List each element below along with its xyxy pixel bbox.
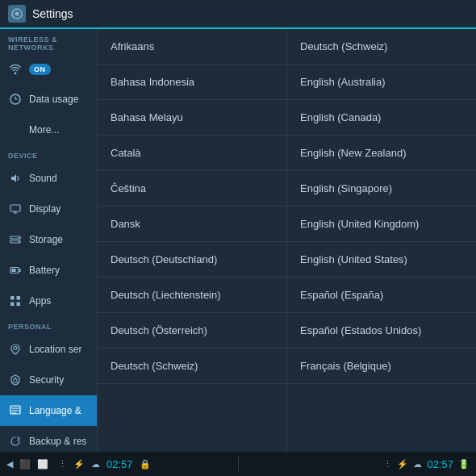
sidebar-item-battery[interactable]: Battery bbox=[0, 255, 97, 286]
sidebar-item-display[interactable]: Display bbox=[0, 194, 97, 224]
usb-right-icon: ⚡ bbox=[397, 459, 408, 470]
list-item[interactable]: English (Australia) bbox=[287, 65, 476, 100]
list-item[interactable]: Bahasa Indonesia bbox=[98, 65, 286, 100]
overflow-dots-icon[interactable]: ⋮ bbox=[58, 459, 67, 470]
status-time-right: 02:57 bbox=[427, 458, 453, 470]
language-list-left: AfrikaansBahasa IndonesiaBahasa MelayuCa… bbox=[97, 29, 286, 452]
language-panels: AfrikaansBahasa IndonesiaBahasa MelayuCa… bbox=[97, 29, 476, 452]
svg-rect-12 bbox=[10, 303, 15, 307]
data-usage-label: Data usage bbox=[29, 94, 78, 105]
list-item[interactable]: Català bbox=[98, 136, 286, 171]
status-bar: ◀ ⬛ ⬜ ⋮ ⚡ ☁ 02:57 🔒 ⋮ ⚡ ☁ 02:57 🔋 bbox=[0, 452, 476, 476]
security-icon bbox=[8, 373, 23, 387]
app-icon bbox=[8, 5, 26, 23]
cloud-icon: ☁ bbox=[91, 459, 100, 470]
section-label-device: DEVICE bbox=[0, 145, 97, 163]
apps-icon bbox=[8, 294, 23, 308]
sidebar-item-wifi[interactable]: ON bbox=[0, 55, 97, 84]
storage-label: Storage bbox=[29, 234, 63, 245]
nav-back-icon[interactable]: ◀ bbox=[6, 459, 13, 470]
title-bar: Settings bbox=[0, 0, 476, 29]
list-item[interactable]: Bahasa Melayu bbox=[98, 100, 286, 136]
svg-rect-3 bbox=[10, 205, 20, 211]
svg-point-1 bbox=[15, 12, 19, 16]
list-item[interactable]: English (Singapore) bbox=[287, 171, 476, 207]
language-icon bbox=[8, 403, 23, 418]
list-item[interactable]: Dansk bbox=[98, 207, 286, 242]
sidebar-item-storage[interactable]: Storage bbox=[0, 224, 97, 255]
list-item[interactable]: Français (Belgique) bbox=[287, 349, 476, 384]
battery-label: Battery bbox=[29, 265, 60, 276]
more-label: More... bbox=[29, 124, 59, 136]
svg-rect-13 bbox=[17, 303, 21, 307]
nav-home-icon[interactable]: ⬛ bbox=[19, 459, 31, 470]
status-time-left: 02:57 bbox=[106, 458, 133, 470]
display-label: Display bbox=[29, 203, 61, 215]
apps-label: Apps bbox=[29, 295, 51, 307]
wifi-toggle[interactable]: ON bbox=[29, 64, 51, 75]
svg-rect-10 bbox=[10, 296, 15, 300]
wifi-icon bbox=[8, 62, 23, 77]
section-label-wireless: WIRELESS & NETWORKS bbox=[0, 29, 97, 55]
lock-icon: 🔒 bbox=[140, 459, 151, 470]
sidebar-item-data-usage[interactable]: Data usage bbox=[0, 84, 97, 115]
overflow-dots-right-icon[interactable]: ⋮ bbox=[383, 459, 392, 470]
list-item[interactable]: Čeština bbox=[98, 171, 286, 207]
status-bar-left: ◀ ⬛ ⬜ ⋮ ⚡ ☁ 02:57 🔒 bbox=[0, 458, 238, 470]
battery-icon bbox=[8, 263, 23, 278]
list-item[interactable]: Afrikaans bbox=[98, 29, 286, 65]
data-usage-icon bbox=[8, 92, 23, 106]
svg-point-7 bbox=[18, 241, 19, 243]
page-title: Settings bbox=[32, 7, 73, 20]
backup-icon bbox=[8, 434, 23, 449]
language-list-right: Deutsch (Schweiz)English (Australia)Engl… bbox=[286, 29, 476, 452]
sidebar-item-sound[interactable]: Sound bbox=[0, 163, 97, 194]
battery-right-icon: 🔋 bbox=[458, 459, 470, 470]
svg-rect-9 bbox=[12, 269, 16, 272]
list-item[interactable]: English (United States) bbox=[287, 242, 476, 278]
sound-label: Sound bbox=[29, 173, 57, 184]
sidebar-item-security[interactable]: Security bbox=[0, 365, 97, 395]
list-item[interactable]: Deutsch (Deutschland) bbox=[98, 242, 286, 278]
sidebar-item-backup[interactable]: Backup & res bbox=[0, 426, 97, 452]
location-label: Location ser bbox=[29, 344, 81, 355]
list-item[interactable]: Deutsch (Liechtenstein) bbox=[98, 278, 286, 313]
more-icon bbox=[8, 123, 23, 137]
svg-point-14 bbox=[14, 347, 17, 350]
list-item[interactable]: Deutsch (Schweiz) bbox=[287, 29, 476, 65]
sidebar: WIRELESS & NETWORKS ON Data usage bbox=[0, 29, 97, 452]
list-item[interactable]: English (New Zealand) bbox=[287, 136, 476, 171]
list-item[interactable]: Español (Estados Unidos) bbox=[287, 313, 476, 349]
svg-rect-11 bbox=[17, 296, 21, 300]
sidebar-item-apps[interactable]: Apps bbox=[0, 286, 97, 316]
sidebar-item-language[interactable]: Language & bbox=[0, 395, 97, 426]
usb-icon: ⚡ bbox=[73, 459, 85, 470]
main-content: WIRELESS & NETWORKS ON Data usage bbox=[0, 29, 476, 452]
display-icon bbox=[8, 202, 23, 216]
list-item[interactable]: English (United Kingdom) bbox=[287, 207, 476, 242]
cloud-right-icon: ☁ bbox=[413, 459, 422, 470]
location-icon bbox=[8, 342, 23, 357]
status-bar-right: ⋮ ⚡ ☁ 02:57 🔋 bbox=[239, 458, 477, 470]
sidebar-item-location[interactable]: Location ser bbox=[0, 334, 97, 365]
nav-recent-icon[interactable]: ⬜ bbox=[37, 459, 48, 470]
storage-icon bbox=[8, 232, 23, 247]
section-label-personal: PERSONAL bbox=[0, 316, 97, 334]
list-item[interactable]: Deutsch (Schweiz) bbox=[98, 349, 286, 384]
svg-point-6 bbox=[18, 237, 19, 239]
sidebar-item-more[interactable]: More... bbox=[0, 115, 97, 145]
sound-icon bbox=[8, 171, 23, 186]
list-item[interactable]: English (Canada) bbox=[287, 100, 476, 136]
svg-rect-15 bbox=[14, 379, 17, 383]
language-label: Language & bbox=[29, 405, 81, 416]
backup-label: Backup & res bbox=[29, 436, 86, 447]
security-label: Security bbox=[29, 374, 64, 386]
list-item[interactable]: Español (España) bbox=[287, 278, 476, 313]
list-item[interactable]: Deutsch (Österreich) bbox=[98, 313, 286, 349]
